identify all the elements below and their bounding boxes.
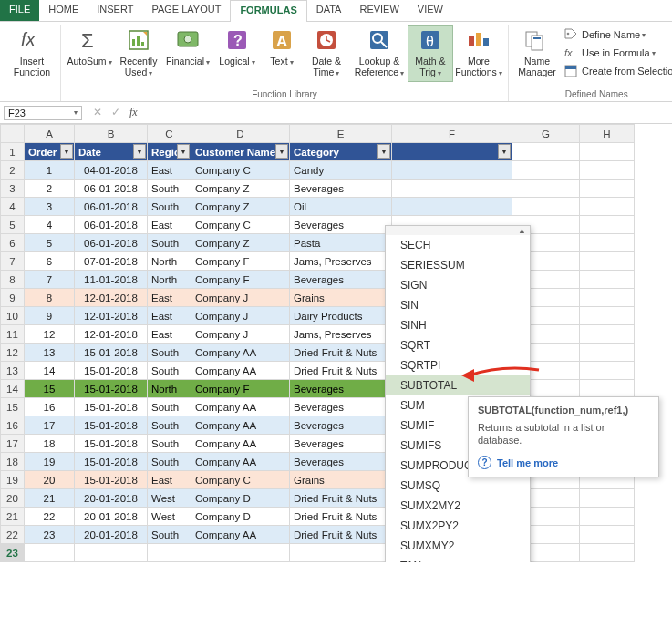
scroll-up[interactable]: ▲	[386, 226, 530, 235]
row-header[interactable]: 9	[1, 289, 25, 307]
cell[interactable]: Beverages	[289, 398, 391, 416]
cell[interactable]	[391, 180, 512, 198]
cell[interactable]: Company AA	[191, 453, 289, 471]
cell[interactable]: South	[148, 180, 191, 198]
cell[interactable]: 18	[25, 435, 75, 453]
cell[interactable]: 20-01-2018	[75, 526, 148, 544]
math-trig-button[interactable]: θ Math & Trig▾	[408, 25, 453, 82]
col-E[interactable]: E	[289, 125, 391, 143]
dropdown-item[interactable]: SINH	[386, 315, 530, 335]
col-F[interactable]: F	[391, 125, 512, 143]
cell[interactable]: Company C	[191, 216, 289, 234]
cell[interactable]	[579, 198, 634, 216]
create-from-selection-button[interactable]: Create from Selection	[562, 63, 672, 79]
cell[interactable]: Grains	[289, 289, 391, 307]
cell[interactable]	[579, 544, 634, 562]
cell[interactable]	[579, 508, 634, 526]
cell[interactable]: Beverages	[289, 271, 391, 289]
cell[interactable]: Dried Fruit & Nuts	[289, 489, 391, 508]
dropdown-item[interactable]: SIGN	[386, 275, 530, 295]
row-header[interactable]: 6	[1, 234, 25, 252]
cell[interactable]: 20-01-2018	[75, 508, 148, 526]
cell[interactable]	[579, 344, 634, 362]
recently-used-button[interactable]: Recently Used▾	[114, 25, 163, 82]
dropdown-item[interactable]: SUMX2PY2	[386, 516, 530, 536]
cell[interactable]: 11-01-2018	[75, 271, 148, 289]
cell[interactable]	[512, 143, 579, 161]
row-header[interactable]: 16	[1, 416, 25, 435]
cell[interactable]: Company AA	[191, 526, 289, 544]
cell[interactable]: Dried Fruit & Nuts	[289, 526, 391, 544]
row-header[interactable]: 8	[1, 271, 25, 289]
financial-button[interactable]: Financial▾	[163, 25, 212, 71]
col-B[interactable]: B	[75, 125, 148, 143]
filter-button[interactable]: ▼	[177, 144, 190, 159]
cell[interactable]: Jams, Preserves	[289, 325, 391, 344]
cell[interactable]	[75, 544, 148, 562]
cell[interactable]	[579, 362, 634, 380]
row-header[interactable]: 19	[1, 471, 25, 489]
cell[interactable]: 15-01-2018	[75, 435, 148, 453]
cell[interactable]	[25, 544, 75, 562]
cell[interactable]: Candy	[289, 161, 391, 180]
cell[interactable]: South	[148, 435, 191, 453]
row-header[interactable]: 12	[1, 344, 25, 362]
cell[interactable]: South	[148, 453, 191, 471]
row-header[interactable]: 13	[1, 362, 25, 380]
tab-home[interactable]: HOME	[39, 0, 88, 21]
row-header[interactable]: 17	[1, 435, 25, 453]
row-header[interactable]: 4	[1, 198, 25, 216]
filter-button[interactable]: ▼	[377, 144, 390, 159]
cell[interactable]: South	[148, 344, 191, 362]
name-box[interactable]: F23▾	[4, 106, 82, 120]
cell[interactable]: Company C	[191, 471, 289, 489]
filter-button[interactable]: ▼	[60, 144, 73, 159]
cell[interactable]: 06-01-2018	[75, 180, 148, 198]
cell[interactable]: 12-01-2018	[75, 325, 148, 344]
row-header[interactable]: 11	[1, 325, 25, 344]
cell[interactable]	[579, 380, 634, 398]
cell[interactable]: Pasta	[289, 234, 391, 252]
cell[interactable]: East	[148, 307, 191, 325]
dropdown-item[interactable]: SQRTPI	[386, 355, 530, 375]
autosum-button[interactable]: Σ AutoSum▾	[65, 25, 114, 71]
cancel-icon[interactable]: ✕	[93, 106, 102, 119]
cell[interactable]: 4	[25, 216, 75, 234]
formula-input[interactable]	[145, 106, 672, 120]
tab-review[interactable]: REVIEW	[350, 0, 408, 21]
dropdown-item[interactable]: SQRT	[386, 335, 530, 355]
cell[interactable]	[579, 526, 634, 544]
fx-bar-icon[interactable]: fx	[129, 106, 138, 119]
cell[interactable]: 1	[25, 161, 75, 180]
cell[interactable]: Company F	[191, 271, 289, 289]
tell-me-more-link[interactable]: ? Tell me more	[478, 456, 649, 469]
enter-icon[interactable]: ✓	[111, 106, 120, 119]
cell[interactable]: North	[148, 271, 191, 289]
use-in-formula-button[interactable]: fx Use in Formula▾	[562, 45, 672, 61]
cell[interactable]: Company Z	[191, 234, 289, 252]
dropdown-item[interactable]: SIN	[386, 295, 530, 315]
cell[interactable]: Company C	[191, 161, 289, 180]
cell[interactable]	[512, 180, 579, 198]
row-header[interactable]: 5	[1, 216, 25, 234]
row-header[interactable]: 2	[1, 161, 25, 180]
cell[interactable]: 22	[25, 508, 75, 526]
cell[interactable]: West	[148, 508, 191, 526]
cell[interactable]: 9	[25, 307, 75, 325]
cell[interactable]: Company J	[191, 307, 289, 325]
cell[interactable]: 14	[25, 362, 75, 380]
cell[interactable]	[579, 325, 634, 344]
cell[interactable]: Dried Fruit & Nuts	[289, 508, 391, 526]
cell[interactable]	[579, 234, 634, 252]
spreadsheet-grid[interactable]: A B C D E F G H 1Order▼Date▼Region▼Custo…	[0, 124, 672, 562]
cell[interactable]: North	[148, 252, 191, 271]
cell[interactable]: Company Z	[191, 198, 289, 216]
table-header[interactable]: Customer Name▼	[191, 143, 289, 161]
cell[interactable]	[391, 161, 512, 180]
cell[interactable]: 06-01-2018	[75, 216, 148, 234]
dropdown-item[interactable]: SUMSQ	[386, 476, 530, 496]
row-header[interactable]: 18	[1, 453, 25, 471]
table-header[interactable]: ▼	[391, 143, 512, 161]
cell[interactable]: Company J	[191, 325, 289, 344]
text-button[interactable]: A Text▾	[262, 25, 302, 71]
